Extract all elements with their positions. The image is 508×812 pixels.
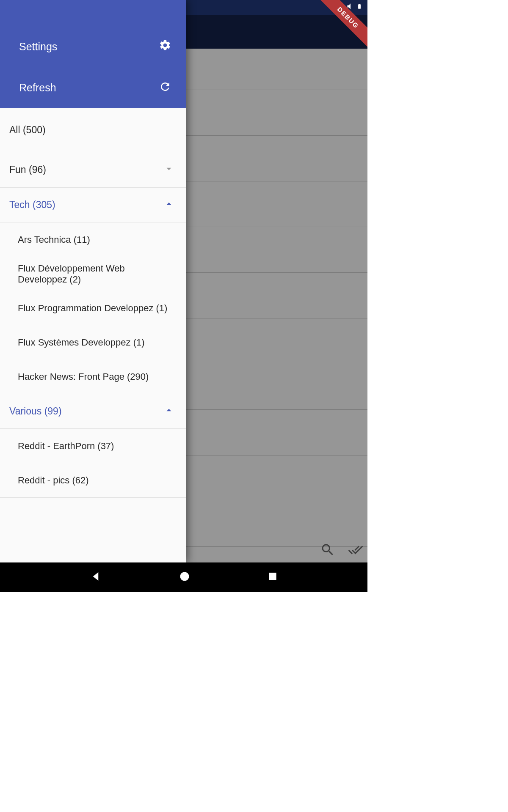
drawer-feed-label: Ars Technica (11) <box>18 234 90 245</box>
system-nav-bar <box>0 562 367 592</box>
nav-recent-button[interactable] <box>267 571 278 584</box>
chevron-up-icon <box>163 405 174 418</box>
drawer-category-tech[interactable]: Tech (305) <box>0 187 186 222</box>
drawer-feed-item[interactable]: Hacker News: Front Page (290) <box>0 359 186 394</box>
drawer-feed-label: Flux Programmation Developpez (1) <box>18 303 167 314</box>
drawer-settings-button[interactable]: Settings <box>0 21 186 68</box>
gear-icon <box>159 39 171 54</box>
drawer-category-various[interactable]: Various (99) <box>0 394 186 429</box>
drawer-feed-item[interactable]: Flux Programmation Developpez (1) <box>0 291 186 325</box>
refresh-icon <box>159 80 171 96</box>
drawer-feed-label: Hacker News: Front Page (290) <box>18 371 149 382</box>
divider <box>0 497 186 498</box>
svg-point-3 <box>180 572 189 581</box>
drawer-refresh-label: Refresh <box>19 82 159 94</box>
drawer-feed-item[interactable]: Ars Technica (11) <box>0 222 186 257</box>
drawer-feed-label: Flux Développement Web Developpez (2) <box>18 263 174 285</box>
drawer-feed-label: Reddit - pics (62) <box>18 475 89 486</box>
drawer-refresh-button[interactable]: Refresh <box>0 68 186 108</box>
drawer-settings-label: Settings <box>19 41 159 53</box>
svg-rect-4 <box>269 573 276 580</box>
drawer-category-fun[interactable]: Fun (96) <box>0 152 186 187</box>
search-icon[interactable] <box>320 542 335 559</box>
volume-mute-icon <box>346 2 355 13</box>
drawer-all-item[interactable]: All (500) <box>0 108 186 152</box>
bottom-action-bar <box>320 542 363 559</box>
drawer-category-label: Fun (96) <box>9 164 163 176</box>
drawer-feed-label: Reddit - EarthPorn (37) <box>18 441 114 452</box>
battery-icon <box>356 2 362 13</box>
nav-home-button[interactable] <box>179 571 190 584</box>
drawer-body[interactable]: All (500) Fun (96) Tech (305) Ars Techni… <box>0 108 186 562</box>
drawer-feed-item[interactable]: Reddit - pics (62) <box>0 463 186 497</box>
drawer-category-label: Various (99) <box>9 406 163 417</box>
mark-all-read-icon[interactable] <box>348 542 363 559</box>
chevron-down-icon <box>163 163 174 177</box>
app-root: 2:56 <box>0 0 367 592</box>
drawer-category-label: Tech (305) <box>9 199 163 211</box>
wifi-icon <box>334 2 345 13</box>
chevron-up-icon <box>163 198 174 212</box>
drawer-feed-label: Flux Systèmes Developpez (1) <box>18 337 145 348</box>
drawer-header: Settings Refresh <box>0 0 186 108</box>
nav-back-button[interactable] <box>89 570 102 584</box>
navigation-drawer: Settings Refresh All (500) Fun (96) <box>0 0 186 562</box>
drawer-feed-item[interactable]: Reddit - EarthPorn (37) <box>0 429 186 463</box>
drawer-feed-item[interactable]: Flux Systèmes Developpez (1) <box>0 325 186 359</box>
drawer-feed-item[interactable]: Flux Développement Web Developpez (2) <box>0 257 186 291</box>
drawer-all-label: All (500) <box>9 124 174 136</box>
